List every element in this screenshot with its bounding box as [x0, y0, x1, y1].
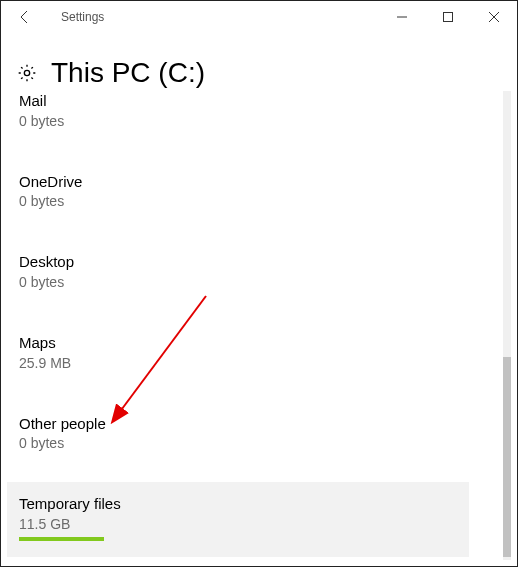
item-name: Maps — [19, 333, 457, 353]
item-size: 11.5 GB — [19, 515, 457, 533]
app-title: Settings — [61, 10, 104, 24]
item-name: Mail — [19, 91, 457, 111]
back-button[interactable] — [9, 1, 41, 33]
item-size: 0 bytes — [19, 273, 457, 291]
arrow-left-icon — [17, 9, 33, 25]
item-size: 0 bytes — [19, 112, 457, 130]
minimize-button[interactable] — [379, 1, 425, 33]
window-controls — [379, 1, 517, 33]
item-name: Desktop — [19, 252, 457, 272]
scrollbar-track[interactable] — [503, 91, 511, 560]
svg-rect-0 — [444, 13, 453, 22]
minimize-icon — [397, 12, 407, 22]
content-area: Mail 0 bytes OneDrive 0 bytes Desktop 0 … — [7, 91, 511, 560]
storage-item-onedrive[interactable]: OneDrive 0 bytes — [7, 160, 469, 227]
close-button[interactable] — [471, 1, 517, 33]
maximize-icon — [443, 12, 453, 22]
storage-item-maps[interactable]: Maps 25.9 MB — [7, 321, 469, 388]
item-name: Other people — [19, 414, 457, 434]
scrollbar-thumb[interactable] — [503, 357, 511, 557]
item-name: Temporary files — [19, 494, 457, 514]
storage-item-temporary-files[interactable]: Temporary files 11.5 GB — [7, 482, 469, 557]
item-size: 0 bytes — [19, 434, 457, 452]
storage-list: Mail 0 bytes OneDrive 0 bytes Desktop 0 … — [7, 91, 469, 560]
maximize-button[interactable] — [425, 1, 471, 33]
page-title: This PC (C:) — [51, 57, 205, 89]
titlebar: Settings — [1, 1, 517, 33]
item-name: OneDrive — [19, 172, 457, 192]
storage-item-other-people[interactable]: Other people 0 bytes — [7, 402, 469, 469]
close-icon — [489, 12, 499, 22]
item-size: 0 bytes — [19, 192, 457, 210]
item-size: 25.9 MB — [19, 354, 457, 372]
storage-item-mail[interactable]: Mail 0 bytes — [7, 91, 469, 146]
storage-item-desktop[interactable]: Desktop 0 bytes — [7, 240, 469, 307]
gear-icon — [17, 63, 37, 83]
svg-point-1 — [24, 70, 29, 75]
usage-bar — [19, 537, 104, 541]
